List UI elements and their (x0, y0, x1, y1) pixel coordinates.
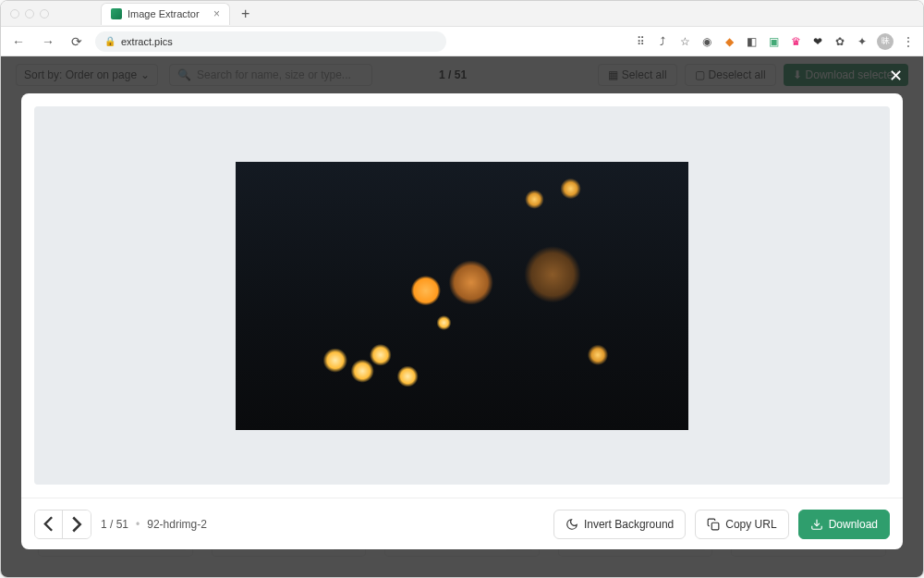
prev-image-button[interactable] (35, 510, 63, 538)
ext-icon-1[interactable]: ◆ (722, 34, 736, 49)
browser-window: Image Extractor × + ← → ⟳ 🔒 extract.pics… (0, 0, 924, 578)
extensions-puzzle-icon[interactable]: ✦ (855, 34, 869, 49)
close-window-dot[interactable] (10, 9, 19, 18)
url-text: extract.pics (121, 36, 173, 47)
reload-button[interactable]: ⟳ (67, 32, 86, 51)
browser-toolbar: ← → ⟳ 🔒 extract.pics ⠿ ⤴ ☆ ◉ ◆ ◧ ▣ ♛ ❤ ✿… (1, 27, 923, 56)
window-titlebar: Image Extractor × + (1, 1, 923, 27)
address-bar[interactable]: 🔒 extract.pics (95, 31, 446, 52)
camera-icon[interactable]: ◉ (699, 34, 714, 49)
browser-tab[interactable]: Image Extractor × (101, 3, 230, 25)
ext-icon-2[interactable]: ◧ (744, 34, 759, 49)
kebab-menu-icon[interactable]: ⋮ (901, 34, 916, 49)
ext-icon-5[interactable]: ❤ (810, 34, 825, 49)
close-tab-icon[interactable]: × (213, 7, 220, 20)
translate-icon[interactable]: ⠿ (633, 34, 648, 49)
download-button[interactable]: Download (798, 510, 890, 539)
close-modal-icon[interactable]: ✕ (889, 66, 903, 86)
forward-button[interactable]: → (38, 32, 58, 51)
profile-avatar[interactable]: 昧 (877, 33, 894, 50)
favicon-icon (111, 8, 122, 19)
image-counter: 1 / 51 (101, 518, 128, 531)
new-tab-button[interactable]: + (241, 6, 249, 22)
chevron-left-icon (35, 510, 62, 537)
invert-label: Invert Background (584, 518, 674, 531)
share-icon[interactable]: ⤴ (655, 34, 670, 49)
chevron-right-icon (63, 510, 91, 538)
tab-title: Image Extractor (128, 8, 200, 19)
preview-image (236, 162, 688, 430)
extension-tray: ⠿ ⤴ ☆ ◉ ◆ ◧ ▣ ♛ ❤ ✿ ✦ 昧 ⋮ (633, 33, 916, 50)
modal-footer: 1 / 51 • 92-hdrimg-2 Invert Background C… (21, 498, 903, 549)
back-button[interactable]: ← (8, 32, 29, 51)
minimize-window-dot[interactable] (25, 9, 34, 18)
star-icon[interactable]: ☆ (677, 34, 692, 49)
preview-area (34, 106, 890, 485)
file-meta: 1 / 51 • 92-hdrimg-2 (101, 518, 207, 531)
dot-separator: • (136, 518, 140, 531)
ext-icon-6[interactable]: ✿ (833, 34, 847, 49)
download-icon (810, 518, 823, 531)
file-name: 92-hdrimg-2 (147, 518, 207, 531)
traffic-lights (10, 9, 49, 18)
clipboard-icon (707, 518, 720, 531)
nav-button-group (34, 510, 91, 539)
ext-icon-3[interactable]: ▣ (766, 34, 781, 49)
copy-label: Copy URL (725, 518, 776, 531)
lock-icon: 🔒 (104, 36, 116, 46)
download-label: Download (829, 518, 878, 531)
invert-background-button[interactable]: Invert Background (553, 510, 686, 539)
modal-overlay[interactable]: ✕ 1 / 51 • 92-hdrimg-2 (1, 56, 923, 577)
svg-rect-0 (712, 523, 720, 530)
zoom-window-dot[interactable] (40, 9, 49, 18)
next-image-button[interactable] (63, 510, 91, 538)
moon-icon (565, 518, 578, 531)
copy-url-button[interactable]: Copy URL (695, 510, 788, 539)
image-preview-modal: 1 / 51 • 92-hdrimg-2 Invert Background C… (21, 93, 903, 549)
ext-icon-4[interactable]: ♛ (788, 34, 803, 49)
